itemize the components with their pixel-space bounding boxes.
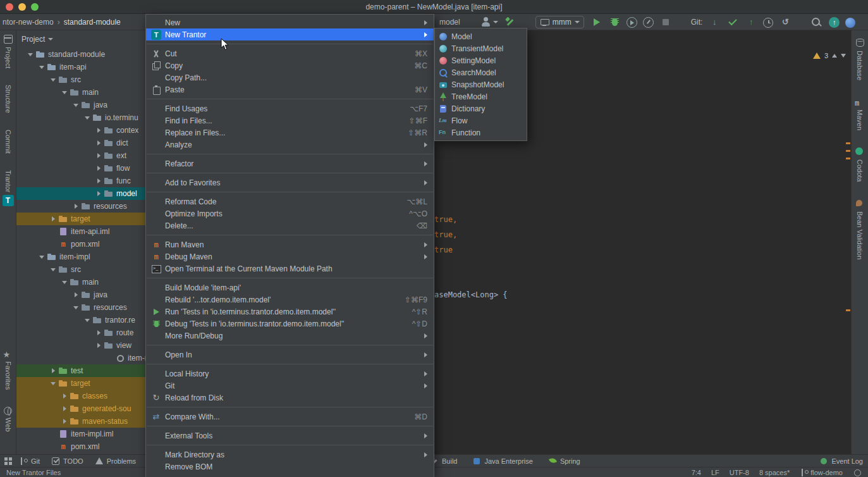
- menu-item[interactable]: Reload from Disk: [146, 392, 434, 404]
- chevron-right-icon[interactable]: [94, 176, 104, 186]
- menu-item[interactable]: Local History: [146, 368, 434, 380]
- project-view-title[interactable]: Project: [21, 35, 45, 44]
- menu-item[interactable]: Copy Path...: [146, 71, 434, 84]
- tool-windows-toggle-icon[interactable]: [4, 457, 13, 466]
- prev-warning-icon[interactable]: [832, 54, 837, 58]
- update-available-button[interactable]: [829, 17, 840, 28]
- chevron-down-icon[interactable]: [82, 315, 92, 325]
- tree-row[interactable]: resources: [16, 301, 164, 314]
- chevron-right-icon[interactable]: [94, 163, 104, 173]
- git-history-button[interactable]: [763, 18, 773, 28]
- tree-row[interactable]: maven-status: [16, 415, 164, 428]
- tree-row[interactable]: pom.xml: [16, 440, 164, 453]
- tree-row[interactable]: target: [16, 213, 164, 225]
- submenu-item[interactable]: SnapshotModel: [435, 78, 527, 90]
- git-rollback-button[interactable]: ↺: [779, 16, 792, 28]
- error-stripe-mark[interactable]: [846, 158, 850, 159]
- chevron-down-icon[interactable]: [48, 378, 58, 388]
- tree-row[interactable]: ext: [16, 149, 164, 162]
- run-config-select[interactable]: mmm: [535, 16, 584, 28]
- menu-item[interactable]: Run Maven: [146, 238, 434, 251]
- git-push-button[interactable]: ↑: [745, 16, 757, 28]
- chevron-down-icon[interactable]: [48, 75, 58, 85]
- menu-item[interactable]: Refactor: [146, 158, 434, 170]
- avatar-button[interactable]: [479, 16, 498, 28]
- debug-button[interactable]: [608, 16, 621, 28]
- menu-item[interactable]: Copy⌘C: [146, 59, 434, 71]
- menu-item[interactable]: Git: [146, 380, 434, 392]
- sidebar-item-codota[interactable]: Codota: [855, 147, 865, 182]
- menu-item[interactable]: Rebuild '...tor.demo.item.model'⇧⌘F9: [146, 294, 434, 306]
- next-warning-icon[interactable]: [841, 54, 846, 58]
- file-encoding[interactable]: UTF-8: [730, 469, 749, 476]
- chevron-right-icon[interactable]: [94, 151, 104, 161]
- tree-row[interactable]: main: [16, 276, 164, 288]
- sidebar-item-commit[interactable]: Commit: [4, 130, 12, 154]
- tree-row[interactable]: model: [16, 187, 164, 200]
- chevron-right-icon[interactable]: [71, 201, 81, 211]
- sidebar-item-web[interactable]: Web: [4, 407, 12, 431]
- menu-item[interactable]: Open Terminal at the Current Maven Modul…: [146, 263, 434, 275]
- tree-row[interactable]: func: [16, 175, 164, 187]
- chevron-down-icon[interactable]: [59, 87, 70, 97]
- menu-item[interactable]: Replace in Files...⇧⌘R: [146, 127, 434, 139]
- line-separator[interactable]: LF: [711, 469, 719, 476]
- run-button[interactable]: [590, 16, 602, 28]
- sidebar-item-favorites[interactable]: Favorites: [3, 349, 13, 390]
- tree-row[interactable]: contex: [16, 124, 164, 137]
- inspections-widget[interactable]: 3: [813, 52, 846, 59]
- blue-sphere-icon[interactable]: [845, 18, 855, 28]
- toolwindow-button-java-enterprise[interactable]: Java Enterprise: [472, 457, 532, 466]
- tree-row[interactable]: trantor.re: [16, 314, 164, 326]
- chevron-down-icon[interactable]: [71, 100, 81, 110]
- menu-item[interactable]: Paste⌘V: [146, 84, 434, 96]
- chevron-right-icon[interactable]: [94, 138, 104, 148]
- chevron-down-icon[interactable]: [71, 302, 81, 313]
- chevron-right-icon[interactable]: [94, 340, 104, 350]
- chevron-right-icon[interactable]: [59, 404, 70, 414]
- profiler-button[interactable]: [643, 17, 654, 28]
- chevron-right-icon[interactable]: [48, 366, 58, 376]
- menu-item[interactable]: Find Usages⌥F7: [146, 102, 434, 115]
- inspections-toggle-icon[interactable]: [853, 468, 862, 477]
- sidebar-item-maven[interactable]: Maven: [855, 97, 865, 130]
- coverage-button[interactable]: [627, 17, 637, 28]
- chevron-down-icon[interactable]: [37, 62, 47, 72]
- menu-item[interactable]: Optimize Imports^⌥O: [146, 208, 434, 220]
- caret-position[interactable]: 7:4: [692, 469, 701, 476]
- sidebar-item-trantor[interactable]: Trantor: [3, 170, 14, 206]
- chevron-right-icon[interactable]: [71, 290, 81, 300]
- tree-row[interactable]: test: [16, 364, 164, 377]
- build-hammer-button[interactable]: [504, 16, 517, 28]
- chevron-down-icon[interactable]: [37, 252, 47, 262]
- tree-row[interactable]: generated-sou: [16, 402, 164, 415]
- tree-row[interactable]: item-api.iml: [16, 225, 164, 238]
- error-stripe-mark[interactable]: [846, 150, 850, 152]
- sidebar-item-project[interactable]: Project: [3, 34, 13, 68]
- tree-row[interactable]: dict: [16, 137, 164, 149]
- tree-row[interactable]: java: [16, 288, 164, 301]
- toolwindow-button-spring[interactable]: Spring: [548, 457, 580, 466]
- tree-row[interactable]: resources: [16, 200, 164, 213]
- close-window-button[interactable]: [6, 3, 13, 11]
- zoom-window-button[interactable]: [31, 3, 39, 11]
- submenu-item[interactable]: TreeModel: [435, 90, 527, 102]
- menu-item[interactable]: More Run/Debug: [146, 330, 434, 342]
- tree-row[interactable]: src: [16, 73, 164, 86]
- submenu-item[interactable]: Function: [435, 127, 527, 139]
- submenu-item[interactable]: TransientModel: [435, 42, 527, 54]
- tree-row[interactable]: item-m: [16, 352, 164, 364]
- tree-row[interactable]: route: [16, 326, 164, 339]
- sidebar-item-structure[interactable]: Structure: [4, 85, 12, 113]
- breadcrumb-model[interactable]: model: [439, 18, 460, 27]
- tree-row[interactable]: view: [16, 339, 164, 352]
- menu-item[interactable]: Cut⌘X: [146, 47, 434, 59]
- menu-item[interactable]: Add to Favorites: [146, 177, 434, 189]
- sidebar-item-bean-validation[interactable]: Bean Validation: [855, 199, 865, 259]
- chevron-right-icon[interactable]: [59, 391, 70, 401]
- git-branch-widget[interactable]: flow-demo: [800, 468, 843, 477]
- tree-row[interactable]: standard-module: [16, 48, 164, 61]
- menu-item[interactable]: Mark Directory as: [146, 449, 434, 461]
- menu-item[interactable]: New: [146, 16, 434, 28]
- submenu-item[interactable]: SearchModel: [435, 66, 527, 78]
